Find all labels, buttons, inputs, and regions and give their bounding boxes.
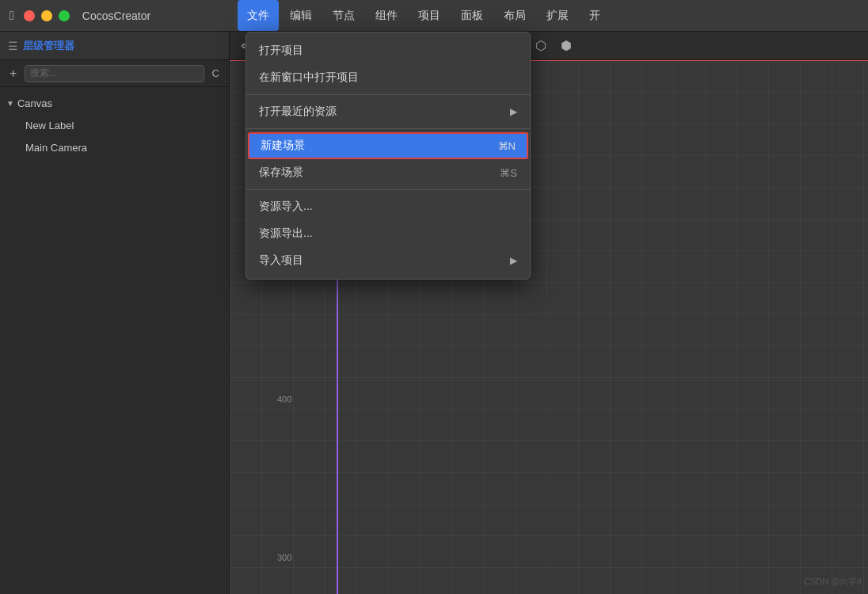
separator-1	[246, 94, 530, 95]
menu-export-assets-label: 资源导出...	[259, 227, 313, 241]
menu-open-recent-label: 打开最近的资源	[259, 105, 337, 119]
menu-new-scene-label: 新建场景	[261, 139, 305, 153]
menu-open-new-window-label: 在新窗口中打开项目	[259, 70, 359, 85]
menu-import-assets-label: 资源导入...	[259, 200, 313, 214]
menu-import-project[interactable]: 导入项目 ▶	[246, 247, 530, 274]
file-menu-dropdown: 打开项目 在新窗口中打开项目 打开最近的资源 ▶ 新建场景 ⌘N 保存场景 ⌘S	[246, 32, 531, 280]
menu-import-project-arrow: ▶	[510, 255, 517, 266]
menu-open-recent[interactable]: 打开最近的资源 ▶	[246, 98, 530, 125]
menu-export-assets[interactable]: 资源导出...	[246, 220, 530, 247]
menu-import-project-label: 导入项目	[259, 253, 303, 268]
separator-3	[246, 189, 530, 190]
separator-2	[246, 128, 530, 129]
menu-open-project[interactable]: 打开项目	[246, 37, 530, 64]
menu-import-assets[interactable]: 资源导入...	[246, 193, 530, 220]
menu-save-scene[interactable]: 保存场景 ⌘S	[246, 159, 530, 186]
menu-open-new-window[interactable]: 在新窗口中打开项目	[246, 64, 530, 91]
menu-open-project-label: 打开项目	[259, 44, 303, 58]
menu-new-scene-shortcut: ⌘N	[498, 140, 516, 152]
dropdown-overlay[interactable]: 打开项目 在新窗口中打开项目 打开最近的资源 ▶ 新建场景 ⌘N 保存场景 ⌘S	[0, 0, 868, 594]
menu-new-scene[interactable]: 新建场景 ⌘N	[248, 132, 528, 159]
menu-open-recent-arrow: ▶	[510, 106, 517, 117]
menu-save-scene-label: 保存场景	[259, 166, 303, 180]
menu-save-scene-shortcut: ⌘S	[500, 167, 517, 179]
